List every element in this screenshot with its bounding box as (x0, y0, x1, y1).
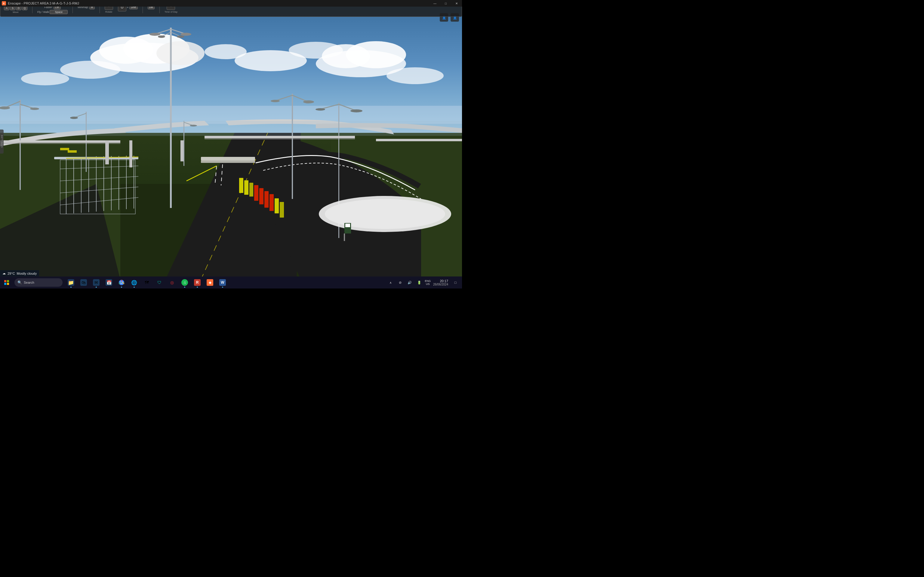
svg-rect-75 (259, 188, 263, 205)
hud-shift-key[interactable]: Shift (129, 6, 138, 9)
hud-minimap-label: Minimap: (78, 6, 89, 9)
svg-point-104 (121, 282, 123, 284)
svg-rect-99 (7, 280, 9, 282)
svg-rect-71 (239, 178, 243, 193)
lang-text: ENG (425, 279, 431, 282)
file-explorer-icon: 📁 (68, 279, 74, 286)
key-s[interactable]: S (10, 6, 15, 10)
svg-rect-41 (170, 27, 172, 208)
key-q[interactable]: Q (22, 6, 27, 10)
svg-point-8 (60, 61, 120, 79)
hud-rotate-icon[interactable]: ↺ (105, 6, 113, 10)
svg-rect-82 (201, 157, 255, 161)
taskbar-app-explorer[interactable]: 📁 (65, 276, 77, 288)
hud-ctrl-key[interactable]: Ctrl (53, 6, 61, 9)
hud-move-label: Move (13, 11, 19, 13)
svg-rect-94 (105, 140, 109, 164)
word-icon: W (219, 279, 226, 286)
edge-icon: 🌐 (131, 279, 137, 286)
svg-rect-77 (270, 194, 274, 211)
titlebar: E Enscape - PROJECT AREA 2-M-A-G-T-J-S-R… (0, 0, 462, 6)
close-button[interactable]: ✕ (451, 0, 462, 6)
taskbar-app-calendar[interactable]: 📅 (103, 276, 115, 288)
search-bar[interactable]: 🔍 Search (15, 278, 63, 287)
tray-volume[interactable]: 🔊 (405, 276, 414, 288)
titlebar-controls: — □ ✕ (430, 0, 462, 6)
time-date-display[interactable]: 20:17 26/06/2024 (433, 276, 450, 288)
tray-battery[interactable]: 🔋 (415, 276, 423, 288)
hud-speed-group: Fast: ▣ Faster: Ctrl Fly / Walk Space (37, 6, 68, 14)
scene-render (0, 6, 462, 276)
hud-rotate-label: Rotate (105, 11, 113, 13)
taskbar-app-revit[interactable]: R (191, 276, 204, 288)
hud-orbit-row: ⊙ + Shift (118, 6, 138, 11)
svg-rect-93 (205, 138, 355, 139)
app-active-indicator (121, 287, 122, 288)
hud-flywalk-row: Fly / Walk Space (37, 10, 68, 14)
app-active-indicator (197, 287, 198, 288)
language-display[interactable]: ENG US (425, 279, 431, 285)
start-button[interactable] (0, 276, 13, 288)
hud-del-key[interactable]: Del (148, 6, 155, 9)
app-active-indicator (134, 287, 135, 288)
svg-rect-72 (244, 180, 249, 195)
svg-point-13 (386, 67, 444, 84)
hud-m-key[interactable]: M (89, 6, 95, 9)
svg-rect-90 (205, 136, 355, 138)
svg-point-11 (289, 42, 343, 59)
app-active-indicator (70, 287, 71, 288)
minimize-button[interactable]: — (430, 0, 440, 6)
svg-rect-55 (292, 94, 293, 199)
taskbar-app-chrome[interactable] (115, 276, 128, 288)
svg-point-62 (351, 110, 362, 113)
hud-minimap-row: Minimap: M (78, 6, 95, 9)
hud-divider2 (73, 6, 73, 13)
taskbar: 🔍 Search 📁 🛍 ✉ 📅 (0, 276, 462, 288)
svg-rect-74 (254, 185, 258, 201)
revit-icon: R (194, 279, 200, 286)
app-active-indicator (222, 287, 223, 288)
tray-chevron[interactable]: ∧ (386, 276, 395, 288)
hud-orbit-group: ⊙ + Shift (118, 6, 138, 11)
svg-rect-91 (376, 139, 462, 141)
tray-notification[interactable]: □ (451, 276, 460, 288)
chrome-icon (118, 279, 125, 286)
taskbar-app-spotify[interactable]: ♫ (179, 276, 191, 288)
titlebar-left: E Enscape - PROJECT AREA 2-M-A-G-T-J-S-R… (0, 1, 79, 5)
mail-icon: ✉ (93, 279, 100, 286)
hud-tod-group: ☀ Time of Day (165, 6, 178, 13)
taskbar-app-edge[interactable]: 🌐 (128, 276, 140, 288)
taskbar-app-enscape[interactable]: ◆ (204, 276, 216, 288)
title-text: Enscape - PROJECT AREA 2-M-A-G-T-J-S-RMJ (8, 2, 79, 5)
key-a[interactable]: A (4, 6, 9, 10)
svg-rect-100 (4, 283, 6, 285)
svg-point-59 (271, 100, 280, 102)
taskbar-app-mail[interactable]: ✉ (90, 276, 102, 288)
tray-network[interactable]: ⊘ (396, 276, 404, 288)
taskbar-app-maps[interactable]: 🗺 (141, 276, 153, 288)
hud-faster-row: Faster: Ctrl (45, 6, 61, 9)
viewport: SETTINGS 👤 👤 H W E A S D Q Move (0, 6, 462, 276)
key-d[interactable]: D (16, 6, 21, 10)
svg-point-7 (346, 41, 406, 68)
hud-space-key[interactable]: Space (50, 10, 68, 14)
taskbar-app-security[interactable]: 🛡 (153, 276, 165, 288)
taskbar-app-browser3[interactable]: ◎ (166, 276, 178, 288)
hud-orbit-icon[interactable]: ⊙ (118, 6, 126, 11)
taskbar-app-store[interactable]: 🛍 (78, 276, 90, 288)
search-icon: 🔍 (18, 280, 22, 285)
maximize-button[interactable]: □ (440, 0, 451, 6)
hud-tod-label: Time of Day (165, 11, 178, 13)
spotify-icon: ♫ (181, 279, 188, 286)
svg-rect-97 (0, 121, 462, 136)
svg-point-4 (157, 41, 205, 65)
svg-point-45 (181, 33, 191, 36)
taskbar-app-word[interactable]: W (216, 276, 229, 288)
svg-point-12 (21, 72, 69, 85)
side-panel[interactable]: SETTINGS (0, 129, 3, 153)
hud-sun-icon[interactable]: ☀ (166, 6, 175, 10)
svg-rect-78 (275, 198, 279, 213)
svg-rect-98 (4, 280, 6, 282)
svg-rect-92 (0, 143, 120, 144)
svg-rect-76 (264, 191, 268, 208)
